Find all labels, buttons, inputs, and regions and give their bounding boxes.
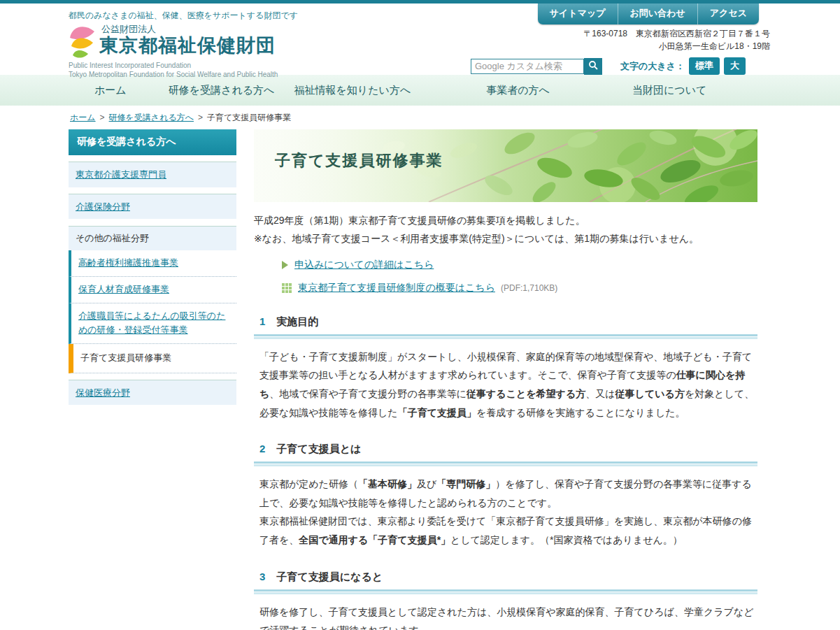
- nav-item-training[interactable]: 研修を受講される方へ: [169, 84, 275, 97]
- sidebar-group-title: その他の福祉分野: [69, 227, 236, 250]
- nav-item-about[interactable]: 当財団について: [632, 84, 706, 97]
- section-number: 1: [259, 315, 265, 329]
- sidebar-link[interactable]: 保育人材育成研修事業: [78, 284, 169, 294]
- intro-line2: ※なお、地域子育て支援コース＜利用者支援事業(特定型)＞については、第1期の募集…: [254, 230, 757, 248]
- breadcrumb: ホーム>研修を受講される方へ>子育て支援員研修事業: [69, 106, 771, 127]
- contact-button[interactable]: お問い合わせ: [618, 3, 697, 24]
- section-what-is-supporter: 2 子育て支援員とは 東京都が定めた研修（「基本研修」及び「専門研修」）を修了し…: [254, 443, 757, 549]
- sidebar-item-childcare-hr[interactable]: 保育人材育成研修事業: [69, 277, 236, 303]
- section-title: 子育て支援員とは: [276, 443, 361, 456]
- font-size-large-button[interactable]: 大: [724, 57, 746, 75]
- application-details-row: 申込みについての詳細はこちら: [282, 259, 757, 271]
- breadcrumb-training[interactable]: 研修を受講される方へ: [109, 113, 194, 122]
- section-divider: [254, 589, 757, 594]
- address-line1: 〒163-0718 東京都新宿区西新宿２丁目７番１号: [471, 27, 770, 40]
- overview-pdf-row: 東京都子育て支援員研修制度の概要はこちら (PDF:1,710KB): [282, 282, 757, 294]
- site-header: 都民のみなさまの福祉、保健、医療をサポートする財団です 公益財団法人 東京都福祉…: [0, 3, 840, 75]
- org-name: 東京都福祉保健財団: [99, 36, 276, 55]
- section-title: 子育て支援員になると: [276, 571, 383, 584]
- font-size-label: 文字の大きさ：: [620, 60, 685, 73]
- font-size-normal-button[interactable]: 標準: [689, 57, 720, 75]
- quick-links: 申込みについての詳細はこちら 東京都子育て支援員研修制度の概要はこちら (PDF…: [282, 259, 757, 294]
- sidebar-link[interactable]: 保健医療分野: [76, 387, 130, 398]
- section-becoming-supporter: 3 子育て支援員になると 研修を修了し、子育て支援員として認定された方は、小規模…: [254, 571, 757, 630]
- search-area: 文字の大きさ： 標準 大: [471, 57, 771, 75]
- sidebar-group-other-welfare: その他の福祉分野 高齢者権利擁護推進事業 保育人材育成研修事業 介護職員等による…: [69, 226, 236, 373]
- section-heading: 1 実施目的: [254, 315, 757, 334]
- breadcrumb-separator: >: [198, 113, 203, 122]
- section-body: 「子ども・子育て支援新制度」がスタートし、小規模保育、家庭的保育等の地域型保育や…: [254, 348, 757, 422]
- section-heading: 2 子育て支援員とは: [254, 443, 757, 461]
- arrow-right-icon: [282, 261, 288, 269]
- sidebar-current-label: 子育て支援員研修事業: [80, 352, 171, 363]
- search-input[interactable]: [471, 59, 584, 74]
- sidebar-title: 研修を受講される方へ: [69, 129, 236, 155]
- sidebar-item-care-support-specialist[interactable]: 東京都介護支援専門員: [69, 162, 236, 187]
- page-title: 子育て支援員研修事業: [275, 150, 443, 171]
- search-icon: [588, 60, 598, 72]
- pdf-size-note: (PDF:1,710KB): [501, 283, 557, 293]
- main-content: 子育て支援員研修事業 平成29年度（第1期）東京都子育て支援員研修の募集要項を掲…: [254, 129, 757, 630]
- foundation-leaf-logo-icon: [69, 22, 97, 60]
- sidebar-item-suction-training[interactable]: 介護職員等によるたんの吸引等のための研修・登録受付等事業: [69, 303, 236, 345]
- sidebar: 研修を受講される方へ 東京都介護支援専門員 介護保険分野 その他の福祉分野 高齢…: [69, 129, 236, 405]
- sidebar-link[interactable]: 介護職員等によるたんの吸引等のための研修・登録受付等事業: [78, 310, 225, 336]
- utility-nav: サイトマップ お問い合わせ アクセス: [538, 3, 759, 24]
- address-line2: 小田急第一生命ビル18・19階: [471, 40, 770, 52]
- search-button[interactable]: [584, 58, 602, 75]
- sidebar-item-childcare-supporter-current[interactable]: 子育て支援員研修事業: [69, 344, 236, 373]
- intro-line1: 平成29年度（第1期）東京都子育て支援員研修の募集要項を掲載しました。: [254, 212, 757, 230]
- global-nav: ホーム 研修を受講される方へ 福祉情報を知りたい方へ 事業者の方へ 当財団につい…: [0, 75, 840, 106]
- section-divider: [254, 461, 757, 466]
- org-type: 公益財団法人: [101, 23, 276, 36]
- logo-text: 公益財団法人 東京都福祉保健財団: [99, 22, 276, 55]
- breadcrumb-separator: >: [100, 113, 105, 122]
- nav-item-home[interactable]: ホーム: [94, 84, 127, 97]
- breadcrumb-home[interactable]: ホーム: [70, 113, 96, 122]
- page-title-banner: 子育て支援員研修事業: [254, 129, 757, 202]
- breadcrumb-current: 子育て支援員研修事業: [207, 113, 291, 122]
- intro-text: 平成29年度（第1期）東京都子育て支援員研修の募集要項を掲載しました。 ※なお、…: [254, 212, 757, 248]
- section-number: 3: [259, 571, 265, 584]
- sitemap-button[interactable]: サイトマップ: [538, 3, 618, 24]
- section-purpose: 1 実施目的 「子ども・子育て支援新制度」がスタートし、小規模保育、家庭的保育等…: [254, 315, 757, 422]
- sidebar-link[interactable]: 介護保険分野: [76, 201, 130, 212]
- nav-item-business[interactable]: 事業者の方へ: [486, 84, 550, 97]
- section-title: 実施目的: [276, 315, 318, 329]
- sidebar-item-care-insurance[interactable]: 介護保険分野: [69, 194, 236, 220]
- sidebar-link[interactable]: 高齢者権利擁護推進事業: [78, 257, 178, 268]
- section-heading: 3 子育て支援員になると: [254, 571, 757, 589]
- section-number: 2: [259, 443, 265, 456]
- application-details-link[interactable]: 申込みについての詳細はこちら: [294, 259, 434, 271]
- grid-icon: [282, 283, 292, 293]
- section-body: 研修を修了し、子育て支援員として認定された方は、小規模保育や家庭的保育、子育てひ…: [254, 603, 757, 630]
- header-right: サイトマップ お問い合わせ アクセス 〒163-0718 東京都新宿区西新宿２丁…: [471, 3, 771, 75]
- sidebar-item-health-medical[interactable]: 保健医療分野: [69, 380, 236, 406]
- overview-pdf-link[interactable]: 東京都子育て支援員研修制度の概要はこちら: [298, 282, 495, 294]
- nav-item-welfare-info[interactable]: 福祉情報を知りたい方へ: [294, 84, 411, 97]
- section-divider: [254, 334, 757, 339]
- access-button[interactable]: アクセス: [697, 3, 759, 24]
- sidebar-link[interactable]: 東京都介護支援専門員: [76, 169, 166, 180]
- section-body: 東京都が定めた研修（「基本研修」及び「専門研修」）を修了し、保育や子育て支援分野…: [254, 475, 757, 549]
- sidebar-item-elderly-rights[interactable]: 高齢者権利擁護推進事業: [69, 250, 236, 277]
